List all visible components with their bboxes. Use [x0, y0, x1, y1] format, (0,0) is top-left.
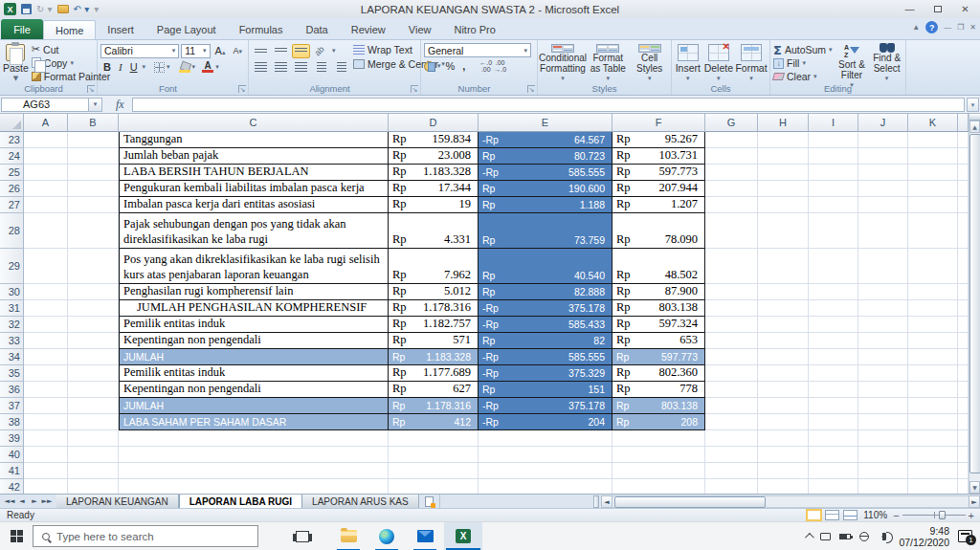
- cell-H30[interactable]: [758, 284, 809, 300]
- cell-H31[interactable]: [758, 300, 809, 317]
- sheet-tab-laporan-arus-kas[interactable]: LAPORAN ARUS KAS: [302, 495, 419, 509]
- task-view-button[interactable]: [283, 522, 322, 550]
- cell-E33[interactable]: Rp82: [479, 333, 612, 349]
- cell-E38[interactable]: -Rp204: [479, 414, 612, 430]
- excel-taskbar-button[interactable]: X: [444, 522, 482, 550]
- cell-K29[interactable]: [908, 249, 958, 284]
- file-tab[interactable]: File: [1, 19, 43, 39]
- display-tray-icon[interactable]: [820, 533, 831, 540]
- cell-C23[interactable]: Tanggungan: [119, 132, 389, 148]
- cell-I36[interactable]: [809, 382, 858, 398]
- cell-H24[interactable]: [758, 148, 809, 165]
- cell-D39[interactable]: [389, 430, 479, 447]
- row-header-33[interactable]: 33: [0, 333, 24, 349]
- align-middle-button[interactable]: [272, 44, 290, 58]
- last-sheet-icon[interactable]: ►►: [41, 495, 53, 508]
- cell-K39[interactable]: [908, 430, 958, 447]
- row-header-29[interactable]: 29: [0, 249, 24, 284]
- cell-G26[interactable]: [705, 181, 758, 197]
- row-header-41[interactable]: 41: [0, 463, 24, 479]
- cell-F24[interactable]: Rp103.731: [612, 148, 705, 165]
- page-layout-view-icon[interactable]: [825, 510, 839, 520]
- cell-D30[interactable]: Rp5.012: [389, 284, 479, 300]
- cell-J34[interactable]: [858, 349, 908, 365]
- cell-C36[interactable]: Kepentingan non pengendali: [119, 382, 389, 398]
- cell-I32[interactable]: [809, 317, 858, 333]
- horizontal-scrollbar[interactable]: [612, 495, 969, 508]
- cell-I33[interactable]: [809, 333, 858, 349]
- cell-I40[interactable]: [809, 447, 858, 463]
- insert-cells-button[interactable]: Insert▾: [675, 43, 702, 82]
- cell-A33[interactable]: [24, 333, 68, 349]
- cell-E32[interactable]: -Rp585.433: [479, 317, 612, 333]
- cell-D25[interactable]: Rp1.183.328: [389, 165, 479, 181]
- cell-F35[interactable]: Rp802.360: [612, 365, 705, 382]
- cell-J32[interactable]: [858, 317, 908, 333]
- scroll-right-icon[interactable]: ►: [969, 495, 980, 508]
- cell-C41[interactable]: [119, 463, 389, 479]
- cell-A24[interactable]: [24, 148, 68, 165]
- bold-button[interactable]: B: [100, 61, 114, 73]
- column-header-I[interactable]: I: [809, 114, 858, 132]
- cell-J29[interactable]: [858, 249, 908, 284]
- cell-C40[interactable]: [119, 447, 389, 463]
- cell-I34[interactable]: [809, 349, 858, 365]
- cell-H33[interactable]: [758, 333, 809, 349]
- delete-cells-button[interactable]: Delete▾: [704, 43, 733, 82]
- column-header-D[interactable]: D: [389, 114, 479, 132]
- cell-A23[interactable]: [24, 132, 68, 148]
- cell-styles-button[interactable]: Cell Styles▾: [631, 43, 668, 82]
- cell-C25[interactable]: LABA BERSIH TAHUN BERJALAN: [119, 165, 389, 181]
- cell-F38[interactable]: Rp208: [612, 414, 705, 430]
- open-folder-icon[interactable]: [57, 5, 69, 13]
- tab-insert[interactable]: Insert: [96, 20, 145, 39]
- italic-button[interactable]: I: [116, 61, 125, 73]
- first-sheet-icon[interactable]: ◄◄: [4, 495, 15, 508]
- cell-D40[interactable]: [389, 447, 479, 463]
- cell-F41[interactable]: [612, 463, 705, 479]
- cell-D29[interactable]: Rp7.962: [389, 249, 479, 284]
- cell-I27[interactable]: [809, 197, 858, 213]
- select-all-corner[interactable]: [0, 114, 24, 132]
- row-header-34[interactable]: 34: [0, 349, 24, 365]
- comma-style-button[interactable]: ,: [459, 60, 468, 72]
- autosum-button[interactable]: ΣAutoSum▾: [773, 43, 833, 56]
- cell-K41[interactable]: [908, 463, 958, 479]
- cell-B27[interactable]: [68, 197, 119, 213]
- customize-qat-icon[interactable]: ▾: [94, 3, 99, 15]
- workbook-restore-icon[interactable]: ❐: [957, 23, 964, 32]
- row-header-38[interactable]: 38: [0, 414, 24, 430]
- cell-A35[interactable]: [24, 365, 68, 382]
- cell-E34[interactable]: -Rp585.555: [479, 349, 612, 365]
- cell-K30[interactable]: [908, 284, 958, 300]
- cell-D33[interactable]: Rp571: [389, 333, 479, 349]
- cell-H27[interactable]: [758, 197, 809, 213]
- mail-button[interactable]: [406, 522, 444, 550]
- row-header-25[interactable]: 25: [0, 165, 24, 181]
- cell-C34[interactable]: JUMLAH: [119, 349, 389, 365]
- cell-I28[interactable]: [809, 213, 858, 249]
- cell-E36[interactable]: Rp151: [479, 382, 612, 398]
- tab-review[interactable]: Review: [340, 20, 397, 39]
- cell-B33[interactable]: [68, 333, 119, 349]
- cell-D26[interactable]: Rp17.344: [389, 181, 479, 197]
- sort-filter-button[interactable]: AZ Sort & Filter▾: [835, 43, 869, 82]
- column-header-E[interactable]: E: [479, 114, 612, 132]
- align-bottom-button[interactable]: [292, 44, 310, 58]
- cell-J38[interactable]: [858, 414, 908, 430]
- cell-J42[interactable]: [858, 479, 908, 494]
- cell-B37[interactable]: [68, 398, 119, 414]
- cell-E25[interactable]: -Rp585.555: [479, 165, 612, 181]
- cell-D28[interactable]: Rp4.331: [389, 213, 479, 249]
- cell-H32[interactable]: [758, 317, 809, 333]
- cell-F36[interactable]: Rp778: [612, 382, 705, 398]
- next-sheet-icon[interactable]: ►: [29, 495, 40, 508]
- cell-A40[interactable]: [24, 447, 68, 463]
- cell-C28[interactable]: Pajak sehubungan dengan pos yang tidak a…: [119, 213, 389, 249]
- workbook-minimize-icon[interactable]: —: [944, 23, 951, 32]
- cell-A42[interactable]: [24, 479, 68, 494]
- cell-D27[interactable]: Rp19: [389, 197, 479, 213]
- column-header-K[interactable]: K: [908, 114, 958, 132]
- cell-B23[interactable]: [68, 132, 119, 148]
- page-break-view-icon[interactable]: [843, 510, 858, 520]
